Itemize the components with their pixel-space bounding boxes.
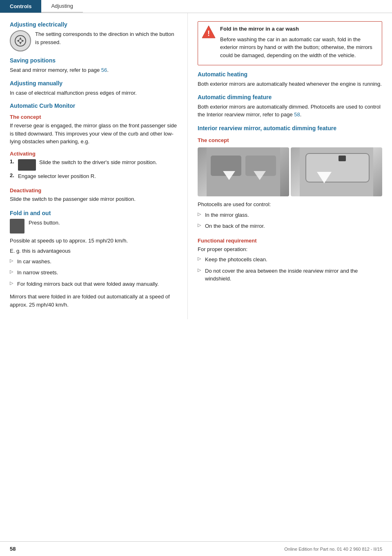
online-edition: Online Edition for Part no. 01 40 2 960 … [284, 547, 382, 552]
activating-step2: 2. Engage selector lever position R. [10, 172, 178, 183]
photocells-arrow-2: ▷ [198, 222, 203, 228]
fold-bullet2-text: In narrow streets. [17, 269, 58, 277]
interior-rearview-title: Interior rearview mirror, automatic dimm… [198, 125, 382, 133]
functional-req-bullet2: ▷ Do not cover the area between the insi… [198, 267, 382, 285]
mirror-images-container [198, 147, 382, 196]
adjusting-electrically-title: Adjusting electrically [10, 21, 178, 28]
switch-icon [18, 159, 36, 171]
fold-bullet3-text: For folding mirrors back out that were f… [17, 280, 159, 288]
fold-warning-title: Fold in the mirror in a car wash [220, 25, 379, 33]
right-column: ! Fold in the mirror in a car wash Befor… [188, 13, 392, 319]
page-footer: 58 Online Edition for Part no. 01 40 2 9… [0, 541, 392, 556]
concept-body-left: If reverse gear is engaged, the mirror g… [10, 122, 178, 146]
adjusting-label: Adjusting [51, 3, 73, 9]
fold-button-icon [10, 219, 24, 234]
svg-marker-1 [19, 42, 22, 44]
saving-positions-body: Seat and mirror memory, refer to page 56… [10, 66, 178, 74]
photocells-bullet2: ▷ On the back of the mirror. [198, 222, 382, 233]
dimming-page-link[interactable]: 58 [294, 111, 300, 118]
saving-positions-text: Seat and mirror memory, refer to page [10, 67, 101, 73]
concept-subtitle-left: The concept [10, 114, 178, 120]
header-controls-tab[interactable]: Controls [0, 0, 41, 13]
automatic-heating-title: Automatic heating [198, 71, 382, 78]
fold-press-button: Press button. [29, 219, 60, 227]
main-content: Adjusting electrically The setting corre… [0, 13, 392, 319]
fold-bullets: ▷ In car washes. ▷ In narrow streets. ▷ … [10, 258, 178, 291]
svg-rect-12 [306, 153, 369, 182]
dimming-text: Both exterior mirrors are automatically … [198, 104, 381, 118]
svg-marker-3 [22, 40, 24, 42]
fold-bullet2: ▷ In narrow streets. [10, 269, 178, 279]
automatic-heating-body: Both exterior mirrors are automatically … [198, 80, 382, 88]
func-arrow-1: ▷ [198, 256, 203, 261]
step2-num: 2. [10, 172, 18, 178]
step1-num: 1. [10, 158, 18, 165]
automatic-dimming-title: Automatic dimming feature [198, 94, 382, 100]
deactivating-subtitle: Deactivating [10, 187, 178, 193]
bullet-arrow-2: ▷ [10, 269, 15, 274]
controls-label: Controls [10, 3, 31, 9]
func-arrow-2: ▷ [198, 267, 203, 273]
mirror-inner [15, 35, 26, 47]
svg-rect-13 [339, 156, 346, 161]
photocells-bullet2-text: On the back of the mirror. [205, 222, 265, 230]
fold-possible: Possible at speeds up to approx. 15 mph/… [10, 237, 178, 245]
fold-advantageous: E. g. this is advantageous [10, 247, 178, 255]
adjusting-electrically-desc: The setting corresponds to the direction… [35, 30, 178, 46]
warning-triangle-icon: ! [201, 25, 216, 40]
saving-positions-end: . [107, 67, 109, 73]
directional-icon [16, 36, 25, 45]
saving-positions-link[interactable]: 56 [101, 67, 107, 73]
deactivating-body: Slide the switch to the passenger side m… [10, 195, 178, 203]
svg-marker-0 [19, 37, 22, 40]
page-number: 58 [10, 546, 16, 552]
left-column: Adjusting electrically The setting corre… [0, 13, 188, 319]
fold-warning-content: Fold in the mirror in a car wash Before … [220, 25, 379, 62]
functional-req-subtitle: Functional requirement [198, 238, 382, 244]
photocells-bullet1: ▷ In the mirror glass. [198, 211, 382, 222]
automatic-dimming-body: Both exterior mirrors are automatically … [198, 103, 382, 119]
fold-warning-box: ! Fold in the mirror in a car wash Befor… [198, 21, 382, 65]
fold-warning-body: Before washing the car in an automatic c… [220, 36, 379, 60]
svg-marker-2 [17, 40, 19, 42]
step1-text: Slide the switch to the driver's side mi… [39, 158, 157, 167]
mirror-image-left [198, 147, 289, 196]
svg-text:!: ! [207, 29, 210, 38]
photocells-label: Photocells are used for control: [198, 200, 382, 209]
photocells-bullets: ▷ In the mirror glass. ▷ On the back of … [198, 211, 382, 233]
adjusting-electrically-section: The setting corresponds to the direction… [10, 30, 178, 51]
functional-req-intro: For proper operation: [198, 245, 382, 254]
automatic-curb-monitor-title: Automatic Curb Monitor [10, 102, 178, 109]
mirror-right-svg [300, 147, 373, 196]
fold-bullet1-text: In car washes. [17, 258, 51, 266]
mirror-image-right [291, 147, 382, 196]
saving-positions-title: Saving positions [10, 57, 178, 64]
func-bullet1-text: Keep the photocells clean. [205, 256, 267, 264]
step2-text: Engage selector lever position R. [18, 172, 96, 180]
func-bullet2-text: Do not cover the area between the inside… [205, 267, 382, 283]
activating-steps: 1. Slide the switch to the driver's side… [10, 158, 178, 183]
bullet-arrow-1: ▷ [10, 258, 15, 263]
activating-subtitle: Activating [10, 151, 178, 157]
functional-req-bullets: ▷ Keep the photocells clean. ▷ Do not co… [198, 256, 382, 285]
adjusting-manually-title: Adjusting manually [10, 80, 178, 87]
header-adjusting-tab[interactable]: Adjusting [41, 0, 82, 13]
functional-req-bullet1: ▷ Keep the photocells clean. [198, 256, 382, 266]
photocells-bullet1-text: In the mirror glass. [205, 211, 249, 219]
page-header: Controls Adjusting [0, 0, 392, 13]
fold-in-out-title: Fold in and out [10, 210, 178, 216]
photocells-arrow-1: ▷ [198, 211, 203, 217]
activating-step1: 1. Slide the switch to the driver's side… [10, 158, 178, 171]
fold-mirrors-text: Mirrors that were folded in are folded o… [10, 293, 178, 309]
mirror-control-icon [10, 30, 31, 51]
fold-bullet1: ▷ In car washes. [10, 258, 178, 268]
fold-bullet3: ▷ For folding mirrors back out that were… [10, 280, 178, 291]
fold-icon-section: Press button. [10, 219, 178, 234]
adjusting-manually-body: In case of electrical malfunction press … [10, 89, 178, 97]
bullet-arrow-3: ▷ [10, 280, 15, 286]
mirror-left-svg [207, 147, 280, 196]
dimming-end: . [300, 111, 302, 118]
concept-subtitle-right: The concept [198, 137, 382, 143]
